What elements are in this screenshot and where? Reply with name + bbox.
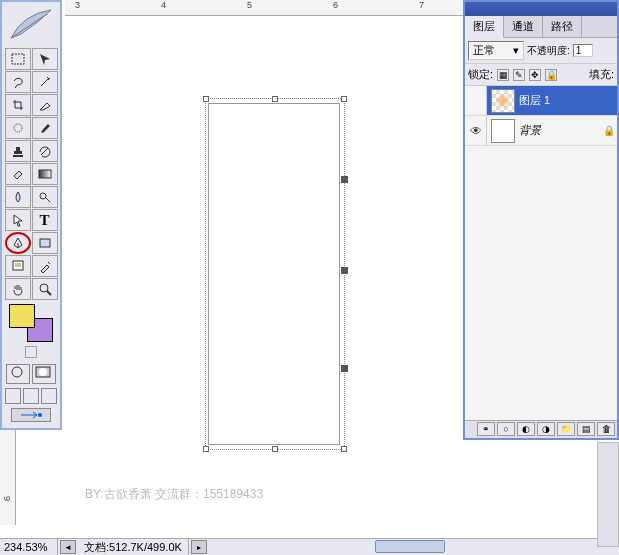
visibility-toggle[interactable]: [465, 86, 487, 115]
default-colors-icon[interactable]: [25, 346, 37, 358]
blend-mode-select[interactable]: 正常▾: [468, 41, 524, 60]
svg-point-14: [38, 413, 42, 417]
layers-list: 图层 1 👁 背景 🔒: [465, 86, 617, 420]
link-layers-button[interactable]: ⚭: [477, 422, 495, 436]
handle-bl[interactable]: [203, 446, 209, 452]
zoom-tool[interactable]: [32, 278, 58, 300]
quickmask-row: [6, 364, 56, 384]
svg-rect-1: [12, 54, 24, 64]
dock-strip: [597, 442, 619, 547]
standard-mode-button[interactable]: [6, 364, 30, 384]
crop-tool[interactable]: [5, 94, 31, 116]
opacity-label: 不透明度:: [527, 44, 570, 58]
screen-mode-3[interactable]: [41, 388, 57, 404]
layers-panel: 图层 通道 路径 正常▾ 不透明度: 1 锁定: ▦ ✎ ✥ 🔒 填充: 图层 …: [463, 0, 619, 440]
color-swatches[interactable]: [5, 304, 57, 342]
new-group-button[interactable]: 📁: [557, 422, 575, 436]
lock-icon: 🔒: [603, 125, 617, 136]
visibility-toggle[interactable]: 👁: [465, 116, 487, 145]
handle-bm[interactable]: [272, 446, 278, 452]
watermark-text: BY:古欲香萧 交流群：155189433: [85, 486, 263, 503]
layer-thumb[interactable]: [491, 119, 515, 143]
panel-titlebar[interactable]: [465, 2, 617, 16]
tab-paths[interactable]: 路径: [543, 16, 582, 37]
layer-row[interactable]: 图层 1: [465, 86, 617, 116]
path-select-tool[interactable]: [5, 209, 31, 231]
layer-thumb[interactable]: [491, 89, 515, 113]
layer-mask-button[interactable]: ◐: [517, 422, 535, 436]
heal-tool[interactable]: [5, 117, 31, 139]
expand-left[interactable]: ◄: [60, 540, 76, 554]
lock-label: 锁定:: [468, 67, 493, 82]
eraser-tool[interactable]: [5, 163, 31, 185]
blur-tool[interactable]: [5, 186, 31, 208]
text-tool[interactable]: T: [32, 209, 58, 231]
jump-button[interactable]: [11, 408, 51, 422]
doc-menu[interactable]: ▸: [191, 540, 207, 554]
eyedropper-tool[interactable]: [32, 255, 58, 277]
new-layer-button[interactable]: ▤: [577, 422, 595, 436]
svg-point-13: [39, 368, 47, 376]
layer-name[interactable]: 图层 1: [519, 93, 617, 108]
pen-tool[interactable]: [5, 232, 31, 254]
notes-tool[interactable]: [5, 255, 31, 277]
adj-layer-button[interactable]: ◑: [537, 422, 555, 436]
shape-path[interactable]: [208, 103, 340, 445]
slice-tool[interactable]: [32, 94, 58, 116]
svg-rect-3: [39, 170, 51, 178]
shape-tool[interactable]: [32, 232, 58, 254]
layer-name[interactable]: 背景: [519, 123, 603, 138]
svg-line-10: [47, 291, 51, 295]
screen-mode-2[interactable]: [23, 388, 39, 404]
brush-tool[interactable]: [32, 117, 58, 139]
delete-layer-button[interactable]: 🗑: [597, 422, 615, 436]
stamp-tool[interactable]: [5, 140, 31, 162]
handle-br[interactable]: [341, 446, 347, 452]
lasso-tool[interactable]: [5, 71, 31, 93]
wand-tool[interactable]: [32, 71, 58, 93]
app-logo: [3, 4, 59, 46]
chevron-down-icon: ▾: [513, 44, 519, 57]
tab-layers[interactable]: 图层: [465, 16, 504, 38]
lock-paint-icon[interactable]: ✎: [513, 69, 525, 81]
lock-all-icon[interactable]: 🔒: [545, 69, 557, 81]
status-bar: 234.53% ◄ 文档:512.7K/499.0K ▸: [0, 538, 619, 555]
svg-point-2: [14, 124, 22, 132]
marquee-tool[interactable]: [5, 48, 31, 70]
layer-fx-button[interactable]: ○: [497, 422, 515, 436]
dodge-tool[interactable]: [32, 186, 58, 208]
scroll-thumb[interactable]: [375, 540, 445, 553]
lock-trans-icon[interactable]: ▦: [497, 69, 509, 81]
blend-row: 正常▾ 不透明度: 1: [465, 38, 617, 64]
svg-rect-5: [40, 239, 50, 247]
anchor-1[interactable]: [341, 176, 348, 183]
screen-mode-1[interactable]: [5, 388, 21, 404]
tab-channels[interactable]: 通道: [504, 16, 543, 37]
lock-row: 锁定: ▦ ✎ ✥ 🔒 填充:: [465, 64, 617, 86]
ruler-vertical: 9: [0, 430, 16, 525]
panel-tabs: 图层 通道 路径: [465, 16, 617, 38]
layer-row[interactable]: 👁 背景 🔒: [465, 116, 617, 146]
move-tool[interactable]: [32, 48, 58, 70]
tool-grid: T: [5, 48, 58, 300]
anchor-2[interactable]: [341, 267, 348, 274]
handle-tr[interactable]: [341, 96, 347, 102]
panel-footer: ⚭ ○ ◐ ◑ 📁 ▤ 🗑: [465, 420, 617, 438]
gradient-tool[interactable]: [32, 163, 58, 185]
toolbox: T: [0, 0, 62, 430]
transform-bounds[interactable]: [205, 98, 345, 450]
fill-label: 填充:: [589, 67, 614, 82]
history-brush-tool[interactable]: [32, 140, 58, 162]
handle-tl[interactable]: [203, 96, 209, 102]
foreground-color[interactable]: [9, 304, 35, 328]
zoom-level[interactable]: 234.53%: [0, 539, 58, 555]
hand-tool[interactable]: [5, 278, 31, 300]
screen-mode-row: [5, 388, 57, 404]
lock-move-icon[interactable]: ✥: [529, 69, 541, 81]
quickmask-mode-button[interactable]: [32, 364, 56, 384]
opacity-value[interactable]: 1: [573, 44, 593, 57]
handle-tm[interactable]: [272, 96, 278, 102]
svg-point-4: [40, 193, 46, 199]
doc-info: 文档:512.7K/499.0K: [78, 539, 189, 555]
anchor-3[interactable]: [341, 365, 348, 372]
